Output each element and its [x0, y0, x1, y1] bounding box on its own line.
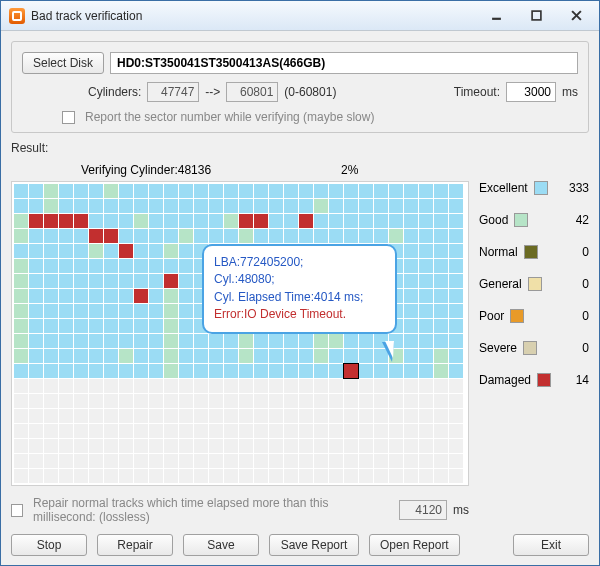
sector-cell — [284, 454, 298, 468]
sector-cell — [404, 349, 418, 363]
sector-cell — [149, 394, 163, 408]
sector-cell — [404, 199, 418, 213]
sector-cell — [224, 199, 238, 213]
sector-cell — [164, 274, 178, 288]
sector-cell — [119, 259, 133, 273]
sector-cell — [434, 424, 448, 438]
stop-button[interactable]: Stop — [11, 534, 87, 556]
sector-cell — [74, 454, 88, 468]
sector-cell — [149, 319, 163, 333]
sector-cell — [59, 244, 73, 258]
sector-cell — [449, 469, 463, 483]
exit-button[interactable]: Exit — [513, 534, 589, 556]
repair-checkbox[interactable] — [11, 504, 23, 517]
save-button[interactable]: Save — [183, 534, 259, 556]
repair-button[interactable]: Repair — [97, 534, 173, 556]
sector-cell — [449, 319, 463, 333]
minimize-button[interactable] — [477, 6, 515, 26]
sector-cell — [59, 274, 73, 288]
swatch-poor — [510, 309, 524, 323]
sector-cell — [134, 469, 148, 483]
sector-cell — [74, 184, 88, 198]
sector-cell — [434, 184, 448, 198]
sector-cell — [29, 439, 43, 453]
legend: Excellent333 Good42 Normal0 General0 Poo… — [479, 163, 589, 405]
sector-cell — [89, 199, 103, 213]
sector-cell — [374, 364, 388, 378]
sector-cell — [149, 214, 163, 228]
sector-cell — [179, 199, 193, 213]
sector-cell — [239, 199, 253, 213]
sector-cell — [89, 379, 103, 393]
sector-cell — [329, 199, 343, 213]
sector-cell — [119, 409, 133, 423]
sector-cell — [329, 394, 343, 408]
repair-ms-input[interactable] — [399, 500, 447, 520]
maximize-button[interactable] — [517, 6, 555, 26]
sector-cell — [254, 334, 268, 348]
sector-cell — [134, 454, 148, 468]
sector-cell — [29, 304, 43, 318]
sector-cell — [149, 439, 163, 453]
sector-cell — [269, 424, 283, 438]
sector-cell — [89, 319, 103, 333]
sector-cell — [269, 184, 283, 198]
sector-cell — [359, 229, 373, 243]
save-report-button[interactable]: Save Report — [269, 534, 359, 556]
sector-cell — [179, 409, 193, 423]
sector-cell — [449, 229, 463, 243]
sector-cell — [239, 469, 253, 483]
sector-cell — [104, 199, 118, 213]
sector-cell — [104, 289, 118, 303]
sector-cell — [89, 304, 103, 318]
open-report-button[interactable]: Open Report — [369, 534, 460, 556]
sector-cell — [434, 469, 448, 483]
sector-cell — [74, 409, 88, 423]
sector-cell — [359, 409, 373, 423]
timeout-input[interactable] — [506, 82, 556, 102]
sector-cell — [284, 409, 298, 423]
sector-cell — [119, 469, 133, 483]
sector-cell — [449, 364, 463, 378]
sector-cell — [269, 229, 283, 243]
sector-cell — [29, 184, 43, 198]
sector-cell — [374, 184, 388, 198]
sector-cell — [329, 349, 343, 363]
sector-cell — [404, 394, 418, 408]
status-text: Verifying Cylinder:48136 — [81, 163, 211, 177]
report-sector-checkbox[interactable] — [62, 111, 75, 124]
sector-cell — [239, 364, 253, 378]
sector-cell — [119, 319, 133, 333]
sector-cell — [314, 349, 328, 363]
sector-cell — [419, 364, 433, 378]
sector-cell — [239, 409, 253, 423]
sector-cell — [59, 349, 73, 363]
sector-cell — [239, 214, 253, 228]
sector-cell — [104, 379, 118, 393]
sector-cell — [29, 214, 43, 228]
arrow-label: --> — [205, 85, 220, 99]
sector-cell — [149, 289, 163, 303]
report-sector-row: Report the sector number while verifying… — [62, 110, 578, 124]
sector-cell — [314, 199, 328, 213]
sector-grid: LBA:772405200; Cyl.:48080; Cyl. Elapsed … — [11, 181, 469, 486]
sector-cell — [314, 364, 328, 378]
cylinder-from-input[interactable] — [147, 82, 199, 102]
sector-cell — [14, 379, 28, 393]
close-button[interactable] — [557, 6, 595, 26]
sector-cell — [14, 199, 28, 213]
sector-cell — [239, 439, 253, 453]
sector-cell — [359, 184, 373, 198]
sector-cell — [59, 439, 73, 453]
cylinder-to-input[interactable] — [226, 82, 278, 102]
sector-cell — [389, 469, 403, 483]
select-disk-button[interactable]: Select Disk — [22, 52, 104, 74]
sector-cell — [89, 259, 103, 273]
cylinder-range-label: (0-60801) — [284, 85, 336, 99]
sector-cell — [254, 214, 268, 228]
sector-cell — [224, 409, 238, 423]
sector-cell — [149, 454, 163, 468]
sector-cell — [389, 454, 403, 468]
sector-cell — [74, 199, 88, 213]
sector-cell — [449, 199, 463, 213]
